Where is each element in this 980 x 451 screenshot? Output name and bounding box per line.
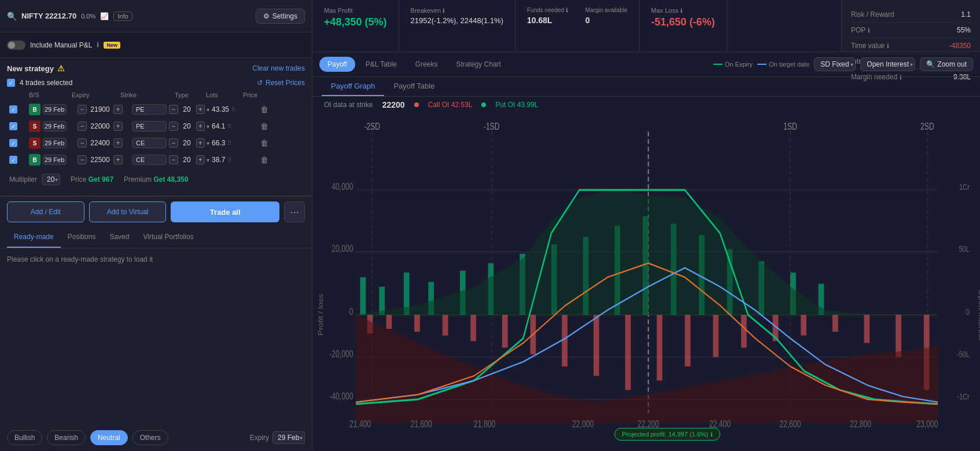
svg-rect-20 xyxy=(360,277,366,315)
table-row: ✓ B 29 Feb − 22500 + CE − 20 + ▾ 38.7 xyxy=(7,152,305,167)
sub-tab-payoff-table[interactable]: Payoff Table xyxy=(384,77,444,96)
strike-minus-3[interactable]: − xyxy=(78,155,87,164)
strike-plus-3[interactable]: + xyxy=(113,155,123,164)
strike-cell-2: − 22400 + xyxy=(78,138,130,148)
tab-ready-made[interactable]: Ready-made xyxy=(7,227,61,248)
tab-virtual-portfolios[interactable]: Virtual Portfolios xyxy=(136,227,200,248)
strike-minus-0[interactable]: − xyxy=(78,105,87,114)
trade-checkbox-1[interactable]: ✓ xyxy=(9,122,17,130)
strike-plus-2[interactable]: + xyxy=(113,138,123,148)
max-loss-block: Max Loss ℹ -51,650 (-6%) xyxy=(639,0,727,52)
lots-plus-3[interactable]: + xyxy=(196,155,205,164)
expiry-select-3[interactable]: 29 Feb xyxy=(43,155,67,165)
clear-trades-button[interactable]: Clear new trades xyxy=(252,64,305,72)
lots-minus-3[interactable]: − xyxy=(169,155,178,164)
lots-cell-2: − 20 + ▾ xyxy=(169,138,209,148)
svg-rect-39 xyxy=(414,315,420,332)
pop-row: POP ℹ 55% xyxy=(851,23,971,38)
info-button[interactable]: Info xyxy=(113,12,132,21)
svg-rect-42 xyxy=(502,315,508,348)
lots-minus-1[interactable]: − xyxy=(169,122,178,131)
settings-button[interactable]: ⚙ Settings xyxy=(256,9,305,24)
expiry-select-2[interactable]: 29 Feb xyxy=(43,138,67,148)
bs-badge-0[interactable]: B xyxy=(29,104,40,115)
left-panel: 🔍 NIFTY 22212.70 0.0% 📈 Info ⚙ Settings … xyxy=(0,0,312,451)
chart-content: Payoff P&L Table Greeks Strategy Chart O… xyxy=(312,52,980,451)
lots-minus-2[interactable]: − xyxy=(169,138,178,148)
add-to-virtual-button[interactable]: Add to Virtual xyxy=(89,201,167,222)
lots-plus-1[interactable]: + xyxy=(196,122,205,131)
more-options-button[interactable]: ⋯ xyxy=(284,201,305,222)
svg-rect-41 xyxy=(470,315,476,341)
lots-dropdown-0[interactable]: ▾ xyxy=(207,107,209,113)
strike-minus-1[interactable]: − xyxy=(78,122,87,131)
expiry-select-1[interactable]: 29 Feb xyxy=(43,121,67,131)
lots-plus-2[interactable]: + xyxy=(196,138,205,148)
strategy-section: New strategy ⚠ Clear new trades ✓ 4 trad… xyxy=(0,58,312,196)
expiry-select-0[interactable]: 29 Feb xyxy=(43,104,67,115)
payoff-chart[interactable]: -2SD -1SD 1SD 2SD 40,000 20,000 xyxy=(312,113,980,451)
right-sidebar: Risk / Reward 1.1 POP ℹ 55% Time value ℹ… xyxy=(841,0,980,52)
delete-trade-2[interactable]: 🗑 xyxy=(260,138,278,148)
strike-cell-0: − 21900 + xyxy=(78,105,130,114)
svg-rect-45 xyxy=(594,315,599,376)
trades-count-label: 4 trades selected xyxy=(20,79,72,87)
strike-plus-1[interactable]: + xyxy=(113,122,123,131)
multiplier-select[interactable]: 20 xyxy=(42,174,60,185)
bs-badge-3[interactable]: B xyxy=(29,154,40,166)
trade-checkbox-0[interactable]: ✓ xyxy=(9,105,17,113)
svg-text:-1Cr: -1Cr xyxy=(957,391,970,401)
sub-tab-payoff-graph[interactable]: Payoff Graph xyxy=(322,77,384,96)
tab-pl-table[interactable]: P&L Table xyxy=(358,57,405,72)
delete-trade-3[interactable]: 🗑 xyxy=(260,155,278,164)
tab-greeks[interactable]: Greeks xyxy=(407,57,446,72)
trade-checkbox-3[interactable]: ✓ xyxy=(9,156,17,164)
pop-value: 55% xyxy=(957,26,971,34)
manual-pl-info-icon[interactable]: ℹ xyxy=(97,41,99,49)
funds-row: Funds needed ℹ 10.68L Margin available 0 xyxy=(527,7,628,25)
bs-badge-2[interactable]: S xyxy=(29,137,40,149)
zoom-out-button[interactable]: 🔍 Zoom out xyxy=(920,57,973,71)
expiry-filter-select[interactable]: 29 Feb xyxy=(272,431,305,444)
manual-pl-toggle[interactable] xyxy=(7,41,25,50)
sd-select[interactable]: SD Fixed xyxy=(814,57,856,71)
strike-value-0: 21900 xyxy=(89,105,112,113)
lots-minus-0[interactable]: − xyxy=(169,105,178,114)
trade-all-button[interactable]: Trade all xyxy=(171,201,279,222)
add-edit-button[interactable]: Add / Edit xyxy=(7,201,84,222)
strike-plus-0[interactable]: + xyxy=(113,105,123,114)
strike-minus-2[interactable]: − xyxy=(78,138,87,148)
select-all-checkbox[interactable]: ✓ xyxy=(7,79,15,87)
type-badge-2[interactable]: CE xyxy=(132,138,167,148)
trade-checkbox-2[interactable]: ✓ xyxy=(9,139,17,147)
tab-positions[interactable]: Positions xyxy=(61,227,103,248)
svg-text:-50L: -50L xyxy=(957,349,970,359)
lots-plus-0[interactable]: + xyxy=(196,105,205,114)
filter-bullish[interactable]: Bullish xyxy=(7,430,42,445)
svg-text:22,000: 22,000 xyxy=(572,419,594,430)
reset-prices-button[interactable]: ↺ Reset Prices xyxy=(257,79,305,87)
chart-outer: Current price: 22212.70 -2SD -1SD 1SD xyxy=(312,113,980,451)
nifty-label: NIFTY 22212.70 xyxy=(21,12,76,20)
bs-badge-1[interactable]: S xyxy=(29,120,40,132)
oi-select[interactable]: Open Interest xyxy=(860,57,915,71)
delete-trade-1[interactable]: 🗑 xyxy=(260,122,278,131)
svg-text:21,400: 21,400 xyxy=(349,419,371,430)
lots-dropdown-3[interactable]: ▾ xyxy=(207,157,209,163)
funds-needed-value: 10.68L xyxy=(527,16,568,25)
tab-strategy-chart[interactable]: Strategy Chart xyxy=(448,57,509,72)
chart-tabs: Payoff P&L Table Greeks Strategy Chart O… xyxy=(312,52,980,77)
delete-trade-0[interactable]: 🗑 xyxy=(260,105,278,114)
tab-saved[interactable]: Saved xyxy=(102,227,136,248)
tab-payoff[interactable]: Payoff xyxy=(319,57,355,72)
filter-bearish[interactable]: Bearish xyxy=(47,430,86,445)
type-badge-3[interactable]: CE xyxy=(132,155,167,165)
type-badge-1[interactable]: PE xyxy=(132,121,167,131)
type-badge-0[interactable]: PE xyxy=(132,104,167,115)
lots-dropdown-2[interactable]: ▾ xyxy=(207,140,209,146)
metrics-row: Max Profit +48,350 (5%) Breakeven ℹ 2195… xyxy=(312,0,980,52)
lots-dropdown-1[interactable]: ▾ xyxy=(207,123,209,130)
filter-neutral[interactable]: Neutral xyxy=(90,430,128,445)
filter-others[interactable]: Others xyxy=(132,430,168,445)
svg-rect-40 xyxy=(443,315,448,336)
